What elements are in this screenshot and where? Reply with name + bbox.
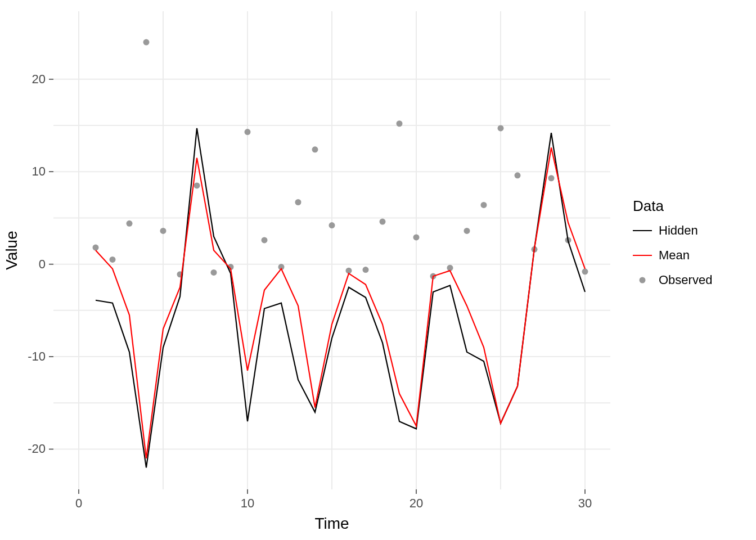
observed-point <box>194 182 200 188</box>
observed-point <box>143 39 150 46</box>
legend-item: Mean <box>633 247 690 264</box>
y-tick-label: 0 <box>39 257 46 271</box>
x-tick-label: 30 <box>578 496 592 510</box>
chart-container: 0102030 Time -20-1001020 Value Data Hidd… <box>0 0 756 540</box>
x-tick-label: 20 <box>410 496 423 510</box>
legend-items: HiddenMeanObserved <box>633 222 712 289</box>
legend-item: Hidden <box>633 222 698 239</box>
observed-point <box>211 269 217 276</box>
observed-point <box>245 129 251 135</box>
observed-point <box>481 202 487 208</box>
x-tick-label: 10 <box>241 496 254 510</box>
legend-item: Observed <box>633 272 712 289</box>
observed-point <box>498 125 504 131</box>
observed-point <box>93 245 99 251</box>
observed-point <box>397 120 403 127</box>
observed-point <box>380 219 386 225</box>
y-tick-label: -10 <box>28 349 46 363</box>
legend-label: Mean <box>659 248 690 262</box>
legend-point-icon <box>640 277 646 284</box>
legend: Data HiddenMeanObserved <box>633 197 712 289</box>
y-axis: -20-1001020 <box>28 72 53 456</box>
observed-point <box>312 146 318 152</box>
observed-point <box>262 237 268 243</box>
x-tick-label: 0 <box>75 496 82 510</box>
observed-point <box>329 222 335 228</box>
observed-point <box>363 267 369 273</box>
observed-point <box>110 256 116 263</box>
x-axis: 0102030 <box>75 489 592 510</box>
y-tick-label: 10 <box>32 164 46 178</box>
plot-panel <box>53 11 610 489</box>
observed-point <box>464 228 470 234</box>
y-tick-label: 20 <box>32 72 46 86</box>
observed-point <box>582 268 588 274</box>
legend-title: Data <box>633 197 664 214</box>
legend-label: Hidden <box>659 223 698 237</box>
y-axis-title: Value <box>3 231 20 270</box>
observed-point <box>413 234 420 240</box>
x-axis-title: Time <box>314 515 349 532</box>
chart-svg: 0102030 Time -20-1001020 Value Data Hidd… <box>0 0 756 540</box>
observed-point <box>127 220 133 227</box>
observed-point <box>160 228 166 234</box>
legend-label: Observed <box>659 273 712 287</box>
observed-point <box>295 199 302 205</box>
observed-point <box>515 172 521 178</box>
y-tick-label: -20 <box>28 442 46 456</box>
observed-point <box>548 175 555 181</box>
